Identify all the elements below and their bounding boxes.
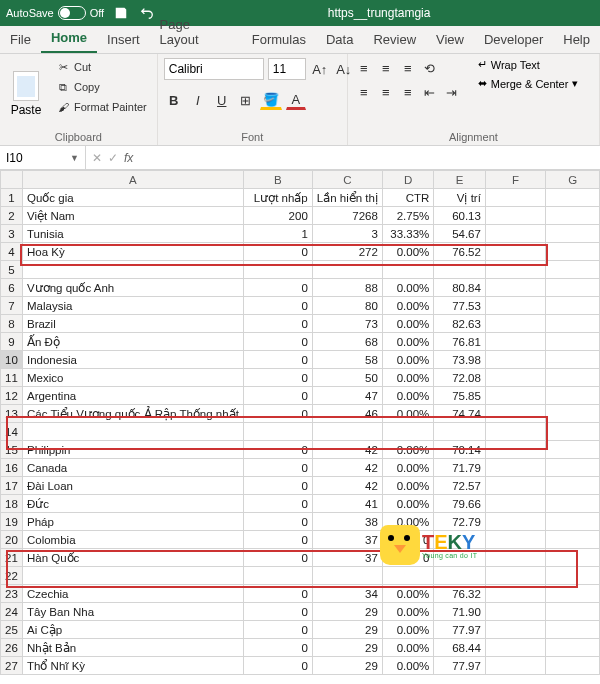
row-header[interactable]: 8 — [1, 315, 23, 333]
cell[interactable]: 29 — [312, 603, 382, 621]
cell[interactable]: 76.52 — [434, 243, 486, 261]
row-header[interactable]: 16 — [1, 459, 23, 477]
cell[interactable]: Malaysia — [22, 297, 243, 315]
cell[interactable]: 0.00% — [382, 351, 433, 369]
cell[interactable]: 0.00% — [382, 657, 433, 675]
cell[interactable] — [485, 261, 545, 279]
cell[interactable] — [485, 495, 545, 513]
cell[interactable] — [312, 567, 382, 585]
row-header[interactable]: 13 — [1, 405, 23, 423]
cell[interactable]: 0 — [243, 441, 312, 459]
cell[interactable]: 77.53 — [434, 297, 486, 315]
column-header-C[interactable]: C — [312, 171, 382, 189]
row-header[interactable]: 5 — [1, 261, 23, 279]
cell[interactable]: 0 — [243, 333, 312, 351]
increase-indent-button[interactable]: ⇥ — [442, 82, 462, 102]
cell[interactable] — [434, 567, 486, 585]
cell[interactable]: 72.57 — [434, 477, 486, 495]
cell[interactable]: 71.90 — [434, 603, 486, 621]
cell[interactable]: 0 — [243, 369, 312, 387]
row-header[interactable]: 3 — [1, 225, 23, 243]
cell[interactable]: Mexico — [22, 369, 243, 387]
accept-formula-icon[interactable]: ✓ — [108, 151, 118, 165]
cell[interactable] — [546, 315, 600, 333]
cell[interactable]: 50 — [312, 369, 382, 387]
cell[interactable] — [546, 207, 600, 225]
row-header[interactable]: 1 — [1, 189, 23, 207]
cell[interactable] — [22, 423, 243, 441]
cell[interactable] — [546, 657, 600, 675]
column-header-A[interactable]: A — [22, 171, 243, 189]
cell[interactable] — [546, 279, 600, 297]
cell[interactable] — [546, 585, 600, 603]
cell[interactable] — [546, 477, 600, 495]
cell[interactable]: 0.00% — [382, 369, 433, 387]
grid[interactable]: ABCDEFG1Quốc giaLượt nhấpLần hiển thịCTR… — [0, 170, 600, 675]
cell[interactable] — [546, 405, 600, 423]
cell[interactable]: Đài Loan — [22, 477, 243, 495]
cell[interactable] — [546, 423, 600, 441]
cell[interactable] — [22, 261, 243, 279]
cell[interactable]: 46 — [312, 405, 382, 423]
align-middle-button[interactable]: ≡ — [376, 58, 396, 78]
row-header[interactable]: 25 — [1, 621, 23, 639]
cell[interactable]: 2.75% — [382, 207, 433, 225]
column-header-B[interactable]: B — [243, 171, 312, 189]
cell[interactable] — [485, 513, 545, 531]
cell[interactable]: 75.85 — [434, 387, 486, 405]
cell[interactable]: 37 — [312, 531, 382, 549]
cell[interactable] — [485, 369, 545, 387]
tab-page-layout[interactable]: Page Layout — [150, 11, 242, 53]
cell[interactable] — [434, 261, 486, 279]
align-left-button[interactable]: ≡ — [354, 82, 374, 102]
cell[interactable]: 34 — [312, 585, 382, 603]
cell[interactable] — [546, 225, 600, 243]
bold-button[interactable]: B — [164, 90, 184, 110]
column-header-E[interactable]: E — [434, 171, 486, 189]
cell[interactable]: 0 — [243, 639, 312, 657]
row-header[interactable]: 19 — [1, 513, 23, 531]
fill-color-button[interactable]: 🪣 — [260, 90, 282, 110]
fx-icon[interactable]: fx — [124, 151, 133, 165]
cell[interactable]: 72.08 — [434, 369, 486, 387]
row-header[interactable]: 4 — [1, 243, 23, 261]
cell[interactable] — [382, 567, 433, 585]
cell[interactable]: 0.00% — [382, 603, 433, 621]
cell[interactable]: Tây Ban Nha — [22, 603, 243, 621]
cell[interactable]: Colombia — [22, 531, 243, 549]
cell[interactable] — [485, 225, 545, 243]
cell[interactable]: 33.33% — [382, 225, 433, 243]
border-button[interactable]: ⊞ — [236, 90, 256, 110]
cell[interactable]: 0 — [243, 279, 312, 297]
cell[interactable]: 73.98 — [434, 351, 486, 369]
cell[interactable] — [485, 243, 545, 261]
cell[interactable]: 77.97 — [434, 657, 486, 675]
cell[interactable]: 3 — [312, 225, 382, 243]
cell[interactable] — [546, 603, 600, 621]
cell[interactable]: Tunisia — [22, 225, 243, 243]
cell[interactable]: 42 — [312, 459, 382, 477]
cell[interactable]: 0.00% — [382, 279, 433, 297]
cell[interactable] — [546, 459, 600, 477]
cell[interactable]: 0 — [243, 459, 312, 477]
underline-button[interactable]: U — [212, 90, 232, 110]
tab-view[interactable]: View — [426, 26, 474, 53]
row-header[interactable]: 7 — [1, 297, 23, 315]
cell[interactable]: 0.00% — [382, 621, 433, 639]
cell[interactable]: 0 — [243, 657, 312, 675]
cell[interactable] — [546, 387, 600, 405]
cell[interactable]: 0.00% — [382, 495, 433, 513]
cell[interactable]: Pháp — [22, 513, 243, 531]
cell[interactable] — [546, 333, 600, 351]
row-header[interactable]: 17 — [1, 477, 23, 495]
cell[interactable]: 88 — [312, 279, 382, 297]
cell[interactable]: 0 — [243, 405, 312, 423]
cell[interactable] — [485, 657, 545, 675]
cell[interactable] — [546, 513, 600, 531]
cell[interactable]: CTR — [382, 189, 433, 207]
cell[interactable]: Ấn Độ — [22, 333, 243, 351]
cell[interactable]: 79.66 — [434, 495, 486, 513]
cell[interactable] — [485, 207, 545, 225]
cell[interactable] — [312, 423, 382, 441]
cell[interactable]: 68 — [312, 333, 382, 351]
